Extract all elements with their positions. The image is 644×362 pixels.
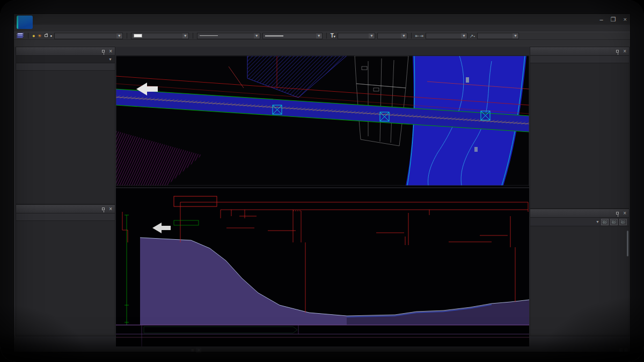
layer-color-icon[interactable]: ▪ bbox=[50, 33, 52, 39]
maximize-icon[interactable]: ❐ bbox=[611, 15, 616, 24]
title-bar: – ❐ × bbox=[14, 14, 630, 25]
dim-style-icon[interactable]: ⇤⇥ bbox=[415, 33, 423, 39]
monitor-screen: – ❐ × ● ☀ ▪ ▼ ▼ ▼ ▼ T▾ ▼ ▼ bbox=[0, 0, 644, 362]
plan-view[interactable] bbox=[116, 56, 529, 186]
layer-thaw-icon[interactable]: ☀ bbox=[37, 33, 41, 39]
chevron-down-icon[interactable]: ▼ bbox=[513, 33, 518, 39]
close-icon[interactable]: × bbox=[623, 49, 626, 54]
cim-filter-select[interactable]: ▼ bbox=[16, 56, 115, 63]
dim-scale-select[interactable]: ▼ bbox=[377, 33, 407, 39]
close-icon[interactable]: × bbox=[624, 15, 627, 24]
chevron-down-icon[interactable]: ▼ bbox=[401, 33, 407, 39]
close-icon[interactable]: × bbox=[109, 49, 112, 54]
chevron-down-icon[interactable]: ▼ bbox=[369, 33, 375, 39]
pin-icon[interactable] bbox=[102, 50, 105, 53]
quick-select-button[interactable] bbox=[601, 219, 609, 225]
chevron-down-icon[interactable]: ▼ bbox=[461, 33, 467, 39]
dim-style-select[interactable]: ▼ bbox=[426, 33, 467, 39]
draw-toolbar bbox=[14, 39, 630, 47]
column-headers bbox=[16, 63, 115, 71]
close-icon[interactable]: × bbox=[623, 211, 626, 216]
layers-icon[interactable] bbox=[17, 33, 24, 39]
profile-view[interactable] bbox=[116, 187, 529, 346]
lineweight-preview bbox=[265, 35, 283, 36]
chevron-down-icon: ▼ bbox=[108, 57, 112, 61]
layer-on-icon[interactable]: ● bbox=[32, 33, 35, 39]
pin-icon[interactable] bbox=[616, 212, 619, 215]
drawing-canvas[interactable] bbox=[116, 56, 529, 346]
minimize-icon[interactable]: – bbox=[600, 15, 603, 24]
hatch-zone-magenta bbox=[116, 131, 202, 186]
app-logo bbox=[17, 16, 33, 29]
drawing-tabs bbox=[116, 47, 529, 56]
cim-view-panel: × ▼ bbox=[16, 47, 115, 204]
pin-icon[interactable] bbox=[616, 50, 619, 53]
format-toolbar: ● ☀ ▪ ▼ ▼ ▼ ▼ T▾ ▼ ▼ ⇤⇥ ▼ ↗▪ ▼ bbox=[14, 32, 630, 39]
profile-table bbox=[116, 325, 529, 346]
status-bar: ≡ > ⊞⊞ bbox=[116, 347, 631, 353]
app-window: – ❐ × ● ☀ ▪ ▼ ▼ ▼ ▼ T▾ ▼ ▼ bbox=[13, 13, 631, 352]
linetype-select[interactable]: ▼ bbox=[197, 33, 260, 39]
pin-icon[interactable] bbox=[102, 208, 105, 210]
color-select[interactable]: ▼ bbox=[131, 33, 189, 39]
cadastral-parcels bbox=[355, 56, 408, 146]
close-icon[interactable]: × bbox=[109, 206, 112, 212]
select-objects-button[interactable] bbox=[610, 219, 618, 225]
chevron-down-icon[interactable]: ▼ bbox=[182, 33, 188, 39]
prompt-icon: > bbox=[196, 348, 201, 352]
properties-panel: × ▼ bbox=[530, 209, 630, 336]
pan-arrow-icon bbox=[152, 223, 171, 233]
column-headers bbox=[16, 213, 115, 221]
chevron-down-icon[interactable]: ▼ bbox=[254, 33, 260, 39]
text-style-icon[interactable]: T▾ bbox=[331, 33, 335, 39]
layer-lock-icon[interactable] bbox=[45, 34, 48, 37]
chevron-down-icon[interactable]: ▼ bbox=[116, 33, 122, 39]
grid-toggle-icons[interactable]: ⊞⊞ bbox=[619, 348, 629, 353]
text-style-select[interactable]: ▼ bbox=[338, 33, 375, 39]
draw-lib-panel: × bbox=[16, 204, 115, 336]
mleader-style-select[interactable]: ▼ bbox=[477, 33, 519, 39]
menu-icon[interactable]: ≡ bbox=[191, 348, 194, 353]
cad-view-panel: × bbox=[530, 47, 630, 209]
chevron-down-icon[interactable]: ▼ bbox=[316, 33, 322, 39]
menu-bar bbox=[14, 25, 630, 32]
lineweight-select[interactable]: ▼ bbox=[262, 33, 323, 39]
column-headers bbox=[530, 56, 629, 63]
color-swatch bbox=[134, 34, 142, 38]
scrollbar[interactable] bbox=[627, 231, 628, 256]
linetype-preview bbox=[200, 35, 218, 36]
window-controls: – ❐ × bbox=[600, 15, 627, 24]
layer-select[interactable]: ▼ bbox=[54, 33, 123, 39]
mleader-style-icon[interactable]: ↗▪ bbox=[470, 33, 475, 39]
pick-point-button[interactable] bbox=[619, 219, 627, 225]
